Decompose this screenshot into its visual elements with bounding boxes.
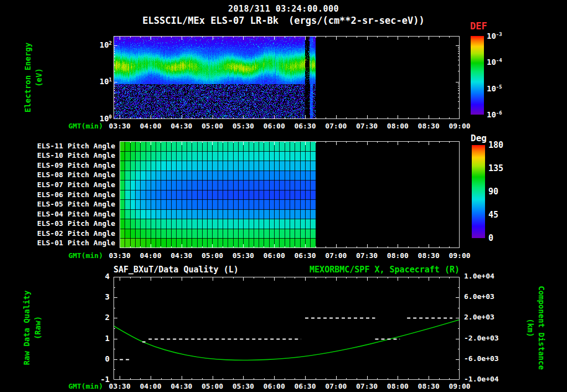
distance-tick-label: 2.0e+03 (464, 313, 505, 322)
time-tick-label: 06:30 (291, 251, 319, 260)
time-tick-label: 08:30 (414, 251, 443, 260)
electron-energy-spectrogram-canvas (114, 36, 460, 119)
pitch-row-label: ELS-11 Pitch Angle (33, 142, 115, 151)
instrument-name: ELSSCIL/MEx ELS-07 LR-Bk (142, 15, 279, 26)
time-tick-label: 09:00 (445, 251, 474, 260)
deg-colorbar (472, 145, 485, 238)
distance-tick-label: -2.0e+03 (464, 334, 505, 343)
quality-distance-plot-canvas (114, 277, 460, 380)
quality-ylabel-line1: Raw Data Quality (21, 291, 32, 365)
time-tick-label: 04:00 (136, 122, 165, 131)
time-tick-label: 04:30 (167, 251, 196, 260)
time-tick-label: 05:00 (198, 382, 227, 391)
quality-tick-label: -1 (87, 375, 110, 385)
pitch-row-label: ELS-08 Pitch Angle (33, 171, 115, 179)
pitch-row-label: ELS-10 Pitch Angle (33, 151, 115, 160)
quality-tick-label: 3 (87, 292, 110, 302)
time-tick-label: 07:00 (322, 122, 350, 131)
quality-tick-label: 1 (87, 334, 110, 344)
energy-tick-label: 100 (86, 114, 112, 124)
spectro-ylabel-line2: (eV) (33, 68, 44, 87)
mex-els-plot-screen: 2018/311 03:24:00.000 ELSSCIL/MEx ELS-07… (0, 0, 567, 392)
time-tick-label: 06:00 (260, 122, 288, 131)
distance-tick-label: 1.0e+04 (464, 272, 505, 281)
deg-tick-label: 135 (488, 163, 516, 174)
time-tick-label: 06:00 (260, 251, 288, 260)
pitch-angle-heatmap-canvas (120, 141, 460, 248)
quality-series-title: SAF_BXuT/Data Quality (L) (114, 265, 239, 275)
def-tick-label: 10-3 (487, 32, 522, 42)
def-colorbar-title: DEF (470, 20, 487, 32)
time-tick-label: 06:30 (291, 382, 319, 391)
time-tick-label: 06:00 (260, 382, 288, 391)
pitch-row-label: ELS-05 Pitch Angle (33, 200, 115, 209)
distance-tick-label: -6.0e+03 (464, 354, 505, 363)
time-tick-label: 04:00 (136, 382, 165, 391)
time-tick-label: 05:00 (198, 122, 227, 131)
time-tick-label: 08:00 (383, 382, 412, 391)
energy-tick-label: 102 (86, 40, 112, 50)
distance-y-axis-title: Component Distance (km) (525, 267, 547, 389)
def-tick-label: 10-4 (487, 58, 522, 68)
spectro-ylabel-line1: Electron Energy (22, 43, 33, 112)
pitch-row-label: ELS-09 Pitch Angle (33, 161, 115, 170)
time-tick-label: 07:30 (353, 251, 382, 260)
time-tick-label: 08:30 (414, 382, 443, 391)
gmt-axis-label-2: GMT(min) (64, 251, 103, 260)
def-colorbar (471, 36, 484, 115)
deg-tick-label: 45 (488, 210, 516, 220)
flux-units-label: (ergs/(cm**2-sr-sec-eV)) (288, 15, 425, 26)
pitch-row-label: ELS-03 Pitch Angle (33, 219, 115, 228)
time-tick-label: 07:00 (322, 251, 350, 260)
time-tick-label: 04:30 (167, 122, 196, 131)
quality-y-axis-title: Raw Data Quality (Raw) (21, 267, 43, 389)
deg-tick-label: 180 (488, 140, 516, 151)
distance-ylabel-line1: Component Distance (536, 286, 547, 370)
quality-ylabel-line2: (Raw) (32, 316, 43, 339)
quality-tick-label: 2 (87, 313, 110, 323)
time-tick-label: 08:00 (383, 122, 412, 131)
deg-tick-label: 90 (488, 187, 516, 197)
quality-tick-label: 4 (87, 272, 110, 282)
time-tick-label: 05:30 (229, 382, 257, 391)
pitch-row-label: ELS-06 Pitch Angle (33, 190, 115, 199)
deg-tick-label: 0 (488, 233, 516, 244)
def-tick-label: 10-6 (487, 110, 522, 120)
distance-tick-label: -1.0e+04 (464, 375, 505, 384)
time-tick-label: 05:30 (229, 122, 257, 131)
time-tick-label: 08:30 (414, 122, 443, 131)
time-tick-label: 05:00 (198, 251, 227, 260)
distance-ylabel-line2: (km) (525, 318, 536, 337)
def-tick-label: 10-5 (487, 84, 522, 94)
pitch-row-label: ELS-02 Pitch Angle (33, 229, 115, 238)
timestamp-title: 2018/311 03:24:00.000 (0, 4, 567, 14)
distance-tick-label: 6.0e+03 (464, 292, 505, 301)
time-tick-label: 09:00 (445, 122, 474, 131)
pitch-row-label: ELS-07 Pitch Angle (33, 180, 115, 189)
time-tick-label: 07:00 (322, 382, 350, 391)
pitch-row-label: ELS-04 Pitch Angle (33, 210, 115, 219)
distance-series-title: MEXORBMC/SPF X, Spacecraft (R) (238, 265, 460, 275)
time-tick-label: 04:30 (167, 382, 196, 391)
time-tick-label: 04:00 (136, 251, 165, 260)
spectro-y-axis-title: Electron Energy (eV) (22, 17, 44, 138)
time-tick-label: 07:30 (353, 122, 382, 131)
deg-colorbar-title: Deg (471, 133, 487, 143)
pitch-row-label: ELS-01 Pitch Angle (33, 239, 115, 247)
time-tick-label: 07:30 (353, 382, 382, 391)
time-tick-label: 08:00 (383, 251, 412, 260)
energy-tick-label: 101 (86, 77, 112, 87)
quality-tick-label: 0 (87, 354, 110, 364)
time-tick-label: 06:30 (291, 122, 319, 131)
time-tick-label: 05:30 (229, 251, 257, 260)
time-tick-label: 03:30 (105, 251, 134, 260)
